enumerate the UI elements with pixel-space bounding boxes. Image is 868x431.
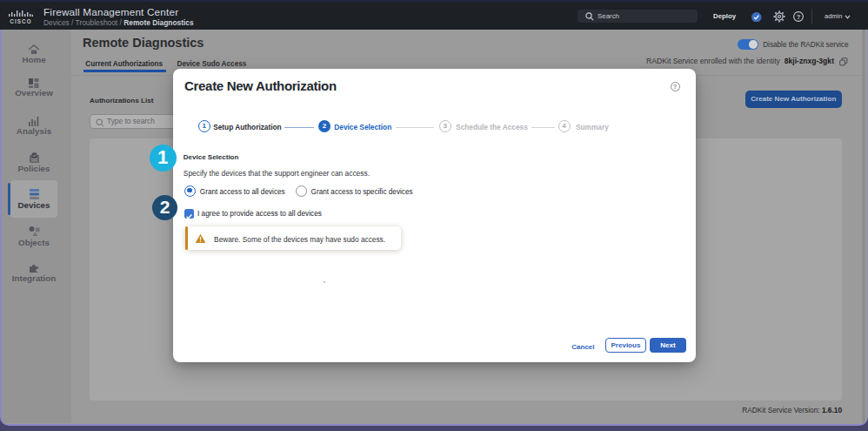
svg-text:?: ? xyxy=(797,12,801,20)
